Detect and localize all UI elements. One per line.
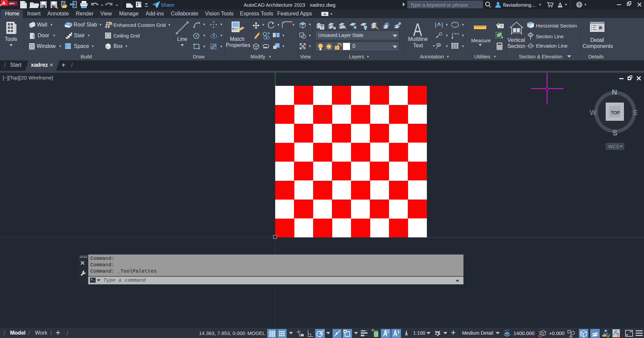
- svg-text:A: A: [530, 34, 532, 36]
- svg-text:09.A: 09.A: [454, 32, 459, 35]
- svg-text:?: ?: [578, 2, 581, 7]
